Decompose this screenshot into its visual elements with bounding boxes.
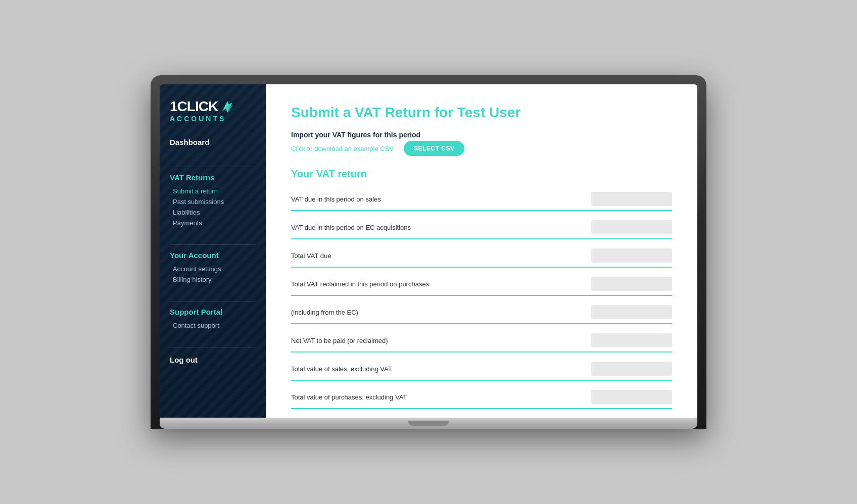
sidebar-support-title: Support Portal: [170, 308, 256, 316]
sidebar-item-submit-return[interactable]: Submit a return: [170, 186, 256, 196]
vat-field-1: VAT due in this period on sales: [291, 188, 672, 211]
import-label: Import your VAT figures for this period: [291, 131, 672, 139]
vat-field-label-4: Total VAT reclaimed in this period on pu…: [291, 280, 591, 288]
vat-field-input-2[interactable]: [591, 220, 672, 234]
page-title: Submit a VAT Return for Test User: [291, 105, 672, 121]
vat-field-input-8[interactable]: [591, 390, 672, 404]
vat-field-input-4[interactable]: [591, 277, 672, 291]
sidebar-item-payments[interactable]: Payments: [170, 218, 256, 228]
nav-divider-2: [170, 244, 256, 245]
vat-field-input-5[interactable]: [591, 305, 672, 319]
logo-accounts: ACCOUNTS: [170, 115, 256, 123]
vat-return-section: Your VAT return VAT due in this period o…: [291, 168, 672, 418]
vat-field-3: Total VAT due: [291, 244, 672, 268]
laptop-notch: [408, 421, 449, 426]
vat-field-5: (including from the EC): [291, 301, 672, 324]
vat-field-input-3[interactable]: [591, 248, 672, 263]
logo-text: 1CLICK: [170, 99, 218, 114]
sidebar-logout[interactable]: Log out: [170, 356, 256, 364]
vat-field-label-3: Total VAT due: [291, 252, 591, 260]
vat-field-label-5: (including from the EC): [291, 309, 591, 316]
laptop-base: [160, 418, 697, 429]
vat-field-4: Total VAT reclaimed in this period on pu…: [291, 273, 672, 296]
vat-field-2: VAT due in this period on EC acquisition…: [291, 216, 672, 239]
vat-field-label-2: VAT due in this period on EC acquisition…: [291, 224, 591, 231]
nav-support-section: Support Portal Contact support: [170, 308, 256, 331]
sidebar: 1CLICK ACCOUNTS Dashboard VAT Returns Su…: [160, 84, 266, 418]
sidebar-item-account-settings[interactable]: Account settings: [170, 264, 256, 274]
nav-vat-returns-section: VAT Returns Submit a return Past submiss…: [170, 173, 256, 228]
vat-field-9: Total value of EC sales, excluding VAT: [291, 414, 672, 418]
vat-field-7: Total value of sales, excluding VAT: [291, 358, 672, 381]
sidebar-your-account-title: Your Account: [170, 251, 256, 260]
vat-field-input-1[interactable]: [591, 192, 672, 206]
nav-divider-1: [170, 167, 256, 167]
sidebar-vat-returns-title: VAT Returns: [170, 173, 256, 182]
vat-field-6: Net VAT to be paid (or reclaimed): [291, 329, 672, 352]
sidebar-item-past-submissions[interactable]: Past submissions: [170, 196, 256, 207]
nav-dashboard-section: Dashboard: [170, 138, 256, 150]
sidebar-item-contact-support[interactable]: Contact support: [170, 320, 256, 331]
nav-divider-4: [170, 347, 256, 347]
vat-field-label-6: Net VAT to be paid (or reclaimed): [291, 337, 591, 344]
main-content: Submit a VAT Return for Test User Import…: [266, 84, 697, 418]
logo-icon: [220, 98, 235, 114]
vat-return-title: Your VAT return: [291, 168, 672, 180]
logo-area: 1CLICK ACCOUNTS: [170, 99, 256, 123]
nav-your-account-section: Your Account Account settings Billing hi…: [170, 251, 256, 285]
import-section: Import your VAT figures for this period …: [291, 131, 672, 156]
vat-field-input-7[interactable]: [591, 362, 672, 376]
vat-field-label-7: Total value of sales, excluding VAT: [291, 365, 591, 373]
vat-field-label-8: Total value of purchases, excluding VAT: [291, 393, 591, 401]
sidebar-item-dashboard[interactable]: Dashboard: [170, 138, 256, 146]
sidebar-item-liabilities[interactable]: Liabilities: [170, 207, 256, 218]
vat-field-label-1: VAT due in this period on sales: [291, 195, 591, 203]
nav-divider-3: [170, 301, 256, 301]
csv-download-link[interactable]: Click to download an example CSV: [291, 145, 394, 153]
sidebar-item-billing-history[interactable]: Billing history: [170, 274, 256, 285]
select-csv-button[interactable]: SELECT CSV: [404, 141, 464, 156]
import-row: Click to download an example CSV SELECT …: [291, 141, 672, 156]
vat-field-8: Total value of purchases, excluding VAT: [291, 386, 672, 409]
vat-field-input-6[interactable]: [591, 333, 672, 347]
